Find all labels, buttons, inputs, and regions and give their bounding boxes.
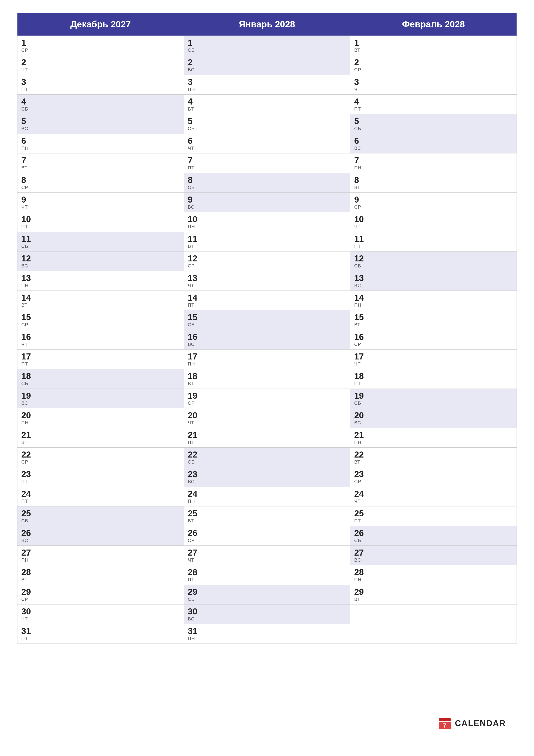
day-cell: 21ПТ — [184, 428, 350, 447]
day-number: 6 — [354, 136, 513, 146]
day-number: 10 — [21, 214, 180, 224]
day-cell: 15ВТ — [350, 310, 517, 330]
day-name: СР — [21, 459, 180, 465]
day-name: ПТ — [188, 440, 346, 445]
day-cell: 28ПТ — [184, 565, 350, 585]
day-number: 24 — [188, 489, 346, 499]
table-row: 16ЧТ16ВС16СР — [17, 330, 517, 350]
day-cell: 10ПН — [184, 212, 350, 232]
day-number: 8 — [354, 175, 513, 185]
day-number: 4 — [188, 97, 346, 106]
day-cell: 18СБ — [17, 369, 184, 389]
day-name: ПТ — [188, 577, 346, 582]
day-cell: 4ПТ — [350, 94, 517, 114]
day-cell: 21ВТ — [17, 428, 184, 447]
day-cell: 6ПН — [17, 134, 184, 153]
day-cell: 27ЧТ — [184, 546, 350, 565]
day-number: 2 — [354, 58, 513, 67]
day-number: 10 — [188, 214, 346, 224]
day-cell: 1ВТ — [350, 36, 517, 55]
table-row: 30ЧТ30ВС — [17, 605, 517, 624]
day-name: СБ — [188, 459, 346, 465]
day-cell: 13ВС — [350, 271, 517, 291]
table-row: 18СБ18ВТ18ПТ — [17, 369, 517, 389]
day-name: ПТ — [21, 87, 180, 92]
day-name: ПН — [354, 577, 513, 582]
day-cell: 16СР — [350, 330, 517, 350]
day-number: 18 — [354, 371, 513, 381]
svg-text:7: 7 — [443, 722, 446, 729]
day-number: 26 — [21, 528, 180, 538]
day-cell: 22ВТ — [350, 447, 517, 467]
day-number: 26 — [354, 528, 513, 538]
day-name: СР — [21, 185, 180, 190]
table-row: 6ПН6ЧТ6ВС — [17, 134, 517, 153]
day-number: 29 — [21, 587, 180, 597]
day-number: 23 — [21, 470, 180, 479]
day-cell: 13ЧТ — [184, 271, 350, 291]
day-name: ПН — [21, 283, 180, 288]
table-row: 21ВТ21ПТ21ПН — [17, 428, 517, 447]
day-number: 19 — [21, 391, 180, 400]
header-row: Декабрь 2027 Январь 2028 Февраль 2028 — [17, 13, 517, 36]
day-name: СБ — [188, 597, 346, 602]
day-number: 1 — [188, 38, 346, 47]
day-number: 28 — [354, 567, 513, 577]
day-name: ПТ — [188, 302, 346, 308]
table-row: 22СР22СБ22ВТ — [17, 447, 517, 467]
day-cell: 14ВТ — [17, 291, 184, 310]
day-cell: 11ПТ — [350, 232, 517, 252]
day-number: 16 — [21, 332, 180, 341]
day-number: 4 — [21, 97, 180, 106]
day-name: ПН — [188, 224, 346, 230]
day-name: СР — [354, 341, 513, 347]
day-cell — [350, 605, 517, 624]
day-cell: 1СБ — [184, 36, 350, 55]
day-cell: 2ВС — [184, 55, 350, 75]
day-number: 7 — [188, 156, 346, 165]
day-name: ВС — [354, 283, 513, 288]
day-name: СР — [354, 479, 513, 484]
day-name: ВТ — [188, 518, 346, 524]
day-cell: 18ПТ — [350, 369, 517, 389]
day-cell: 24ПН — [184, 487, 350, 506]
day-name: ПТ — [188, 165, 346, 171]
day-cell: 4ВТ — [184, 94, 350, 114]
day-cell: 31ПТ — [17, 624, 184, 644]
day-number: 11 — [21, 234, 180, 244]
day-number: 19 — [354, 391, 513, 400]
day-cell: 7ПТ — [184, 153, 350, 173]
day-cell: 17ЧТ — [350, 350, 517, 369]
day-number: 15 — [354, 312, 513, 322]
day-name: СБ — [354, 263, 513, 269]
table-row: 5ВС5СР5СБ — [17, 114, 517, 134]
day-number: 29 — [188, 587, 346, 597]
day-cell: 6ЧТ — [184, 134, 350, 153]
table-row: 12ВС12СР12СБ — [17, 252, 517, 271]
day-number: 3 — [21, 77, 180, 87]
calendar-wrapper: Декабрь 2027 Январь 2028 Февраль 2028 1С… — [0, 0, 534, 661]
day-cell: 20ПН — [17, 408, 184, 428]
day-number: 12 — [21, 254, 180, 263]
day-number: 3 — [188, 77, 346, 87]
day-cell: 14ПН — [350, 291, 517, 310]
day-cell: 18ВТ — [184, 369, 350, 389]
table-row: 8СР8СБ8ВТ — [17, 173, 517, 193]
day-name: ВС — [354, 146, 513, 151]
table-row: 3ПТ3ПН3ЧТ — [17, 75, 517, 94]
day-name: ВТ — [188, 106, 346, 112]
day-number: 4 — [354, 97, 513, 106]
day-name: ВТ — [354, 322, 513, 328]
day-number: 27 — [354, 548, 513, 557]
day-name: СР — [188, 538, 346, 543]
day-number: 28 — [188, 567, 346, 577]
table-row: 17ПТ17ПН17ЧТ — [17, 350, 517, 369]
day-name: ЧТ — [188, 283, 346, 288]
day-name: СБ — [354, 538, 513, 543]
day-number: 9 — [188, 195, 346, 204]
day-number: 1 — [21, 38, 180, 47]
day-name: ЧТ — [21, 341, 180, 347]
table-row: 4СБ4ВТ4ПТ — [17, 94, 517, 114]
day-number: 24 — [354, 489, 513, 499]
day-cell: 27ВС — [350, 546, 517, 565]
